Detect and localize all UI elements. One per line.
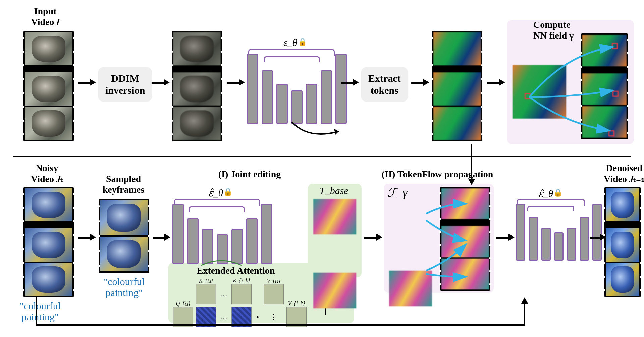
unet-out-sym: ε̂_θ [538, 188, 553, 199]
extract-tokens-box: Extract tokens [361, 67, 408, 102]
tokenflow-label: (II) TokenFlow propagation [367, 169, 508, 180]
svg-marker-0 [334, 129, 339, 135]
ext-attn-grid: K_{i₁} … K_{i_k} V_{i₁} Q_{i₁} … · ⋮ V_{… [173, 284, 307, 327]
arrow-6 [487, 82, 499, 84]
token-strip [432, 31, 482, 141]
arrow-b2 [153, 237, 164, 239]
keyframes-label: Sampledkeyframes [93, 174, 154, 195]
lock-icon: 🔒 [298, 38, 307, 46]
keyframes-strip [99, 199, 149, 273]
unet-edit-sym: ε̂_θ [208, 187, 223, 199]
arrow-3 [227, 82, 239, 84]
unet-top [247, 54, 347, 124]
noisy-strip [23, 187, 74, 297]
tbase-label: T_base [319, 185, 348, 196]
prompt-kf: "colourful painting" [91, 276, 158, 298]
tbase-f2 [313, 273, 356, 308]
ext-attn-label: Extended Attention [177, 265, 294, 276]
unet-tap-arrow [285, 121, 342, 145]
arrow-2 [152, 82, 164, 84]
tf-src-1 [389, 271, 432, 306]
denoised-strip [604, 187, 641, 297]
unet-out [516, 204, 602, 261]
f-gamma: ℱ_γ [387, 186, 407, 200]
arrow-b4 [496, 237, 508, 239]
tbase-f1 [313, 199, 356, 234]
ddim-inversion-box: DDIM inversion [98, 67, 152, 102]
lock-icon: 🔒 [553, 188, 562, 197]
inverted-strip [172, 31, 222, 141]
lock-icon: 🔒 [223, 188, 232, 196]
arrow-b1 [78, 237, 90, 239]
nn-query-frame [513, 65, 566, 119]
arrow-4 [341, 82, 353, 84]
joint-edit-label: (I) Joint editing [206, 169, 293, 180]
unet-symbol-top: ε_θ [283, 37, 298, 48]
noisy-video-label: NoisyVideo 𝐽ₜ [20, 163, 74, 184]
arrow-b5 [590, 237, 600, 239]
gamma-down-arrow [462, 144, 482, 188]
row-divider [13, 156, 631, 157]
tokenflow-strip [440, 187, 490, 291]
denoised-label: DenoisedVideo 𝐽ₜ₋₁ [592, 163, 644, 184]
input-video-label: InputVideo 𝐼 [20, 6, 70, 27]
prompt-left: "colourful painting" [10, 300, 70, 322]
unet-edit [172, 204, 272, 264]
nn-target-strip [581, 33, 628, 139]
arrow-5 [411, 82, 423, 84]
svg-marker-3 [521, 297, 528, 304]
arrow-b3 [364, 237, 376, 239]
arrow-1 [78, 82, 90, 84]
input-video-strip [23, 31, 74, 141]
